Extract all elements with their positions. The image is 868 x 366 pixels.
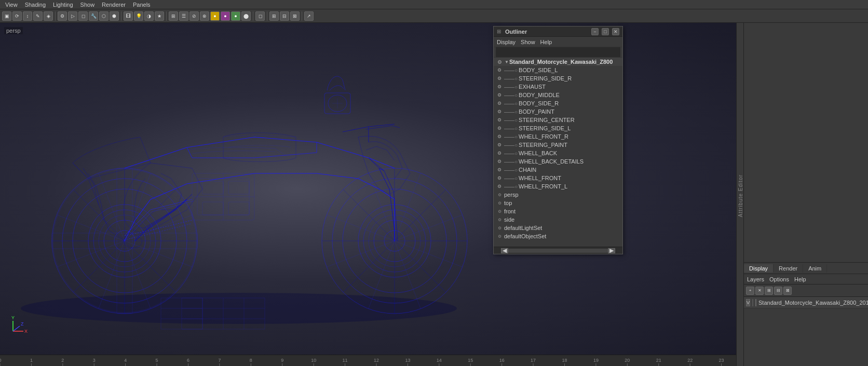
tree-item-body_middle[interactable]: ⚙——○BODY_MIDDLE <box>494 91 622 99</box>
layer-menu-layers[interactable]: Layers <box>747 276 764 282</box>
toolbar-btn-9[interactable]: 🔧 <box>89 11 98 21</box>
toolbar-btn-13[interactable]: 💡 <box>134 11 143 21</box>
tree-item-side[interactable]: ⚙side <box>494 215 622 224</box>
tree-item-top[interactable]: ⚙top <box>494 199 622 207</box>
tree-item-persp[interactable]: ⚙persp <box>494 191 622 199</box>
tree-item-label: CHAIN <box>519 167 536 173</box>
outliner-menu-help[interactable]: Help <box>540 39 552 45</box>
tree-item-wheel_front[interactable]: ⚙——○WHELL_FRONT <box>494 174 622 182</box>
tree-item-wheel_back[interactable]: ⚙——○WHELL_BACK <box>494 149 622 157</box>
toolbar-btn-20[interactable]: ● <box>210 11 220 21</box>
tree-item-exhaust[interactable]: ⚙——○EXHAUST <box>494 83 622 91</box>
outliner-minimize-btn[interactable]: − <box>591 28 599 35</box>
layer-menu-options[interactable]: Options <box>769 276 789 282</box>
layer-btn-4[interactable]: ⊟ <box>774 287 782 295</box>
menu-shading[interactable]: Shading <box>22 1 49 8</box>
toolbar-sep-6 <box>302 11 302 21</box>
tree-item-default_light_set[interactable]: ⚙defaultLightSet <box>494 224 622 232</box>
tree-item-body_side_l[interactable]: ⚙——○BODY_SIDE_L <box>494 66 622 74</box>
tree-item-default_object_set[interactable]: ⚙defaultObjectSet <box>494 232 622 240</box>
tree-item-label: Standard_Motorcycle_Kawasaki_Z800 <box>509 59 613 65</box>
menu-lighting[interactable]: Lighting <box>50 1 76 8</box>
outliner-menu-display[interactable]: Display <box>497 39 516 45</box>
tree-item-wheel_front_l[interactable]: ⚙——○WHELL_FRONT_L <box>494 182 622 191</box>
layer-item[interactable]: V Standard_Motorcycle_Kawasaki_Z800_2016… <box>744 297 868 308</box>
toolbar-btn-16[interactable]: ⊞ <box>169 11 178 21</box>
tree-camera-icon: ⚙ <box>496 199 503 207</box>
toolbar-btn-14[interactable]: ◑ <box>144 11 154 21</box>
tree-item-label: defaultLightSet <box>504 225 542 231</box>
layer-lock-box[interactable] <box>752 299 753 306</box>
toolbar-btn-5[interactable]: ◈ <box>44 11 53 21</box>
outliner-h-scrollbar[interactable]: ◀ ▶ <box>494 247 622 254</box>
layer-btn-5[interactable]: ⊠ <box>783 287 792 295</box>
outliner-maximize-btn[interactable]: □ <box>602 28 609 35</box>
tree-item-steering_paint[interactable]: ⚙——○STEERING_PAINT <box>494 141 622 149</box>
tab-anim[interactable]: Anim <box>803 264 827 273</box>
outliner-close-btn[interactable]: ✕ <box>612 28 619 35</box>
toolbar-btn-6[interactable]: ⚙ <box>58 11 67 21</box>
menu-view[interactable]: View <box>2 1 21 8</box>
h-scroll-left-btn[interactable]: ◀ <box>501 248 508 253</box>
toolbar-btn-23[interactable]: ⬤ <box>241 11 251 21</box>
outliner-tree[interactable]: ⚙▼Standard_Motorcycle_Kawasaki_Z800⚙——○B… <box>494 58 622 247</box>
layer-visibility-btn[interactable]: V <box>746 299 750 306</box>
layer-btn-3[interactable]: ⊞ <box>765 287 773 295</box>
tree-item-body_paint[interactable]: ⚙——○BODY_PAINT <box>494 107 622 116</box>
toolbar-btn-21[interactable]: ● <box>221 11 230 21</box>
tree-item-wheel_back_details[interactable]: ⚙——○WHELL_BACK_DETAILS <box>494 157 622 166</box>
tree-item-body_side_r[interactable]: ⚙——○BODY_SIDE_R <box>494 99 622 107</box>
toolbar-btn-22[interactable]: ● <box>231 11 240 21</box>
menu-show[interactable]: Show <box>77 1 98 8</box>
tree-item-steering_center[interactable]: ⚙——○STEERING_CENTER <box>494 116 622 124</box>
toolbar-btn-26[interactable]: ⊟ <box>280 11 289 21</box>
tree-item-chain[interactable]: ⚙——○CHAIN <box>494 166 622 174</box>
toolbar-btn-7[interactable]: ▷ <box>68 11 77 21</box>
tree-item-label: STEERING_SIDE_R <box>519 75 572 82</box>
toolbar-btn-11[interactable]: ⬢ <box>110 11 119 21</box>
toolbar-btn-12[interactable]: 🎞 <box>124 11 133 21</box>
viewport[interactable]: persp .wire { stroke: #1a1aff; stroke-wi… <box>0 23 743 355</box>
toolbar-btn-8[interactable]: ◻ <box>78 11 88 21</box>
svg-text:2: 2 <box>61 358 64 363</box>
outliner-titlebar[interactable]: ⊞ Outliner − □ ✕ <box>494 26 622 37</box>
outliner-menu-show[interactable]: Show <box>521 39 535 45</box>
tree-item-root[interactable]: ⚙▼Standard_Motorcycle_Kawasaki_Z800 <box>494 58 622 66</box>
tree-item-wheel_front_r[interactable]: ⚙——○WHELL_FRONT_R <box>494 132 622 141</box>
toolbar-btn-10[interactable]: ⬡ <box>99 11 108 21</box>
toolbar-btn-17[interactable]: ☰ <box>179 11 188 21</box>
toolbar-btn-3[interactable]: ↕ <box>23 11 32 21</box>
toolbar-btn-19[interactable]: ⊗ <box>200 11 209 21</box>
outliner-search-input[interactable] <box>496 47 620 57</box>
menu-renderer[interactable]: Renderer <box>99 1 129 8</box>
tab-display[interactable]: Display <box>744 264 774 273</box>
toolbar-btn-25[interactable]: ⊞ <box>269 11 279 21</box>
menu-panels[interactable]: Panels <box>130 1 154 8</box>
toolbar-btn-2[interactable]: ⟳ <box>12 11 22 21</box>
timeline-ruler[interactable]: 0123456789101112131415161718192021222324 <box>0 355 743 366</box>
toolbar-btn-28[interactable]: ↗ <box>304 11 314 21</box>
layer-menu-help[interactable]: Help <box>794 276 806 282</box>
tree-item-steering_side_r[interactable]: ⚙——○STEERING_SIDE_R <box>494 74 622 83</box>
toolbar-btn-24[interactable]: ◻ <box>255 11 265 21</box>
tree-item-label: WHELL_FRONT <box>519 175 561 181</box>
tree-line-icon: ——○ <box>504 134 518 140</box>
h-scroll-track[interactable] <box>508 249 608 253</box>
layer-delete-btn[interactable]: ✕ <box>755 287 764 295</box>
tree-item-front[interactable]: ⚙front <box>494 207 622 215</box>
layer-name: Standard_Motorcycle_Kawasaki_Z800_2016_l… <box>758 300 868 306</box>
toolbar-btn-18[interactable]: ⊘ <box>189 11 199 21</box>
toolbar-btn-27[interactable]: ⊠ <box>290 11 300 21</box>
layer-color-swatch[interactable] <box>755 299 756 306</box>
toolbar-sep-4 <box>253 11 253 21</box>
svg-rect-37 <box>228 181 249 194</box>
toolbar-btn-15[interactable]: ★ <box>155 11 164 21</box>
toolbar-btn-1[interactable]: ▣ <box>2 11 11 21</box>
toolbar-btn-4[interactable]: ✎ <box>33 11 43 21</box>
layer-new-btn[interactable]: + <box>746 287 754 295</box>
outliner-search[interactable] <box>494 47 622 58</box>
tree-item-steering_side_l[interactable]: ⚙——○STEERING_SIDE_L <box>494 124 622 132</box>
h-scroll-right-btn[interactable]: ▶ <box>608 248 615 253</box>
tab-render[interactable]: Render <box>774 264 803 273</box>
tree-item-gear-icon: ⚙ <box>496 174 503 182</box>
